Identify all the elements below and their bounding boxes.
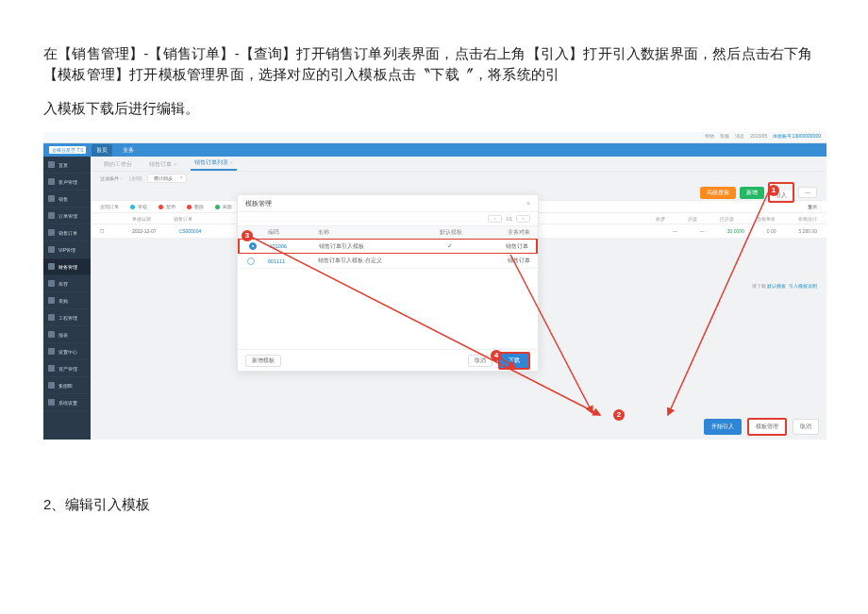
sidebar-item[interactable]: 集团BI [43, 377, 91, 394]
download-button[interactable]: 下载 [498, 352, 530, 370]
pager-prev[interactable]: < [488, 215, 502, 223]
radio-icon[interactable] [249, 242, 257, 250]
tool-link[interactable]: 刷新 [215, 204, 232, 209]
nav-icon [48, 365, 55, 372]
dialog-cancel-button[interactable]: 取消 [468, 355, 492, 367]
hint-behind-dialog: 请下载 默认模板 引入模板说明 [752, 283, 817, 289]
callout-2: 2 [613, 409, 625, 421]
sidebar-item[interactable]: 资产管理 [43, 360, 91, 377]
sidebar-item[interactable]: 客户管理 [43, 174, 91, 191]
hint-link1[interactable]: 默认模板 [767, 283, 786, 289]
dth: 编码 [264, 229, 319, 236]
template-id[interactable]: 001111 [264, 258, 319, 264]
subtab[interactable]: 销售订单× [145, 158, 181, 171]
sidebar-label: 报表 [58, 332, 68, 338]
topbar-link[interactable]: 消息 [735, 133, 744, 139]
sidebar-item[interactable]: 系统设置 [43, 394, 91, 411]
subtab-active[interactable]: 销售订单列表× [191, 157, 238, 171]
dialog-pager: < 1/1 > [238, 212, 538, 225]
section-heading: 2、编辑引入模板 [43, 496, 825, 514]
sidebar-item-active[interactable]: 财务管理 [43, 258, 91, 275]
dth: 业务对象 [470, 229, 538, 236]
sidebar-item[interactable]: VIP管理 [43, 241, 91, 258]
template-manage-button[interactable]: 模板管理 [747, 418, 787, 436]
embedded-screenshot: 帮助 客服 消息 2023/05 体验账号13000000000 金蝶云星空 7… [43, 132, 826, 440]
sidebar-item[interactable]: 销售订单 [43, 224, 91, 241]
sidebar-item[interactable]: 设置中心 [43, 343, 91, 360]
dot-icon [159, 205, 163, 209]
filter-hint: (全部) [129, 175, 142, 181]
template-name: 销售订单引入模板-自定义 [318, 257, 430, 264]
radio-icon[interactable] [247, 257, 255, 265]
nav-icon [48, 382, 55, 389]
nav-icon [48, 399, 55, 406]
subtab-label: 销售订单列表 [194, 159, 228, 165]
bottom-action-bar: 开始引入 模板管理 取消 [704, 418, 819, 436]
cancel-button[interactable]: 取消 [793, 419, 819, 435]
row-checkbox[interactable]: ☐ [100, 228, 109, 234]
nav-icon [48, 178, 55, 185]
cell-order-link[interactable]: CS000004 [179, 228, 202, 234]
sidebar-label: 集团BI [58, 383, 73, 389]
new-template-button[interactable]: 新增模板 [245, 355, 281, 367]
dialog-table-head: 编码 名称 默认模板 业务对象 [238, 225, 538, 239]
bluebar-tab-home[interactable]: 首页 [92, 144, 112, 157]
sidebar-item[interactable]: 销售 [43, 191, 91, 207]
bluebar-tab-app[interactable]: 业务 [118, 144, 139, 157]
start-import-button[interactable]: 开始引入 [704, 419, 742, 435]
nav-icon [48, 195, 55, 202]
more-button[interactable]: ⋯ [798, 187, 817, 198]
topbar-link[interactable]: 帮助 [705, 133, 714, 139]
window-topbar: 帮助 客服 消息 2023/05 体验账号13000000000 [43, 132, 826, 143]
sidebar-label: 销售 [58, 196, 68, 202]
tool-link[interactable]: 全部订单 [100, 204, 119, 209]
dialog-close-icon[interactable]: × [526, 200, 530, 207]
document-page: 在【销售管理】-【销售订单】-【查询】打开销售订单列表界面，点击右上角【引入】打… [0, 0, 868, 614]
instruction-paragraph-1: 在【销售管理】-【销售订单】-【查询】打开销售订单列表界面，点击右上角【引入】打… [43, 43, 825, 85]
hint-link2[interactable]: 引入模板说明 [789, 283, 817, 289]
template-obj: 销售订单 [469, 243, 536, 250]
nav-icon [48, 314, 55, 321]
topbar-link[interactable]: 客服 [720, 133, 729, 139]
default-check-icon: ✓ [430, 242, 469, 250]
tool-display[interactable]: 显示 [808, 204, 817, 209]
template-row-selected[interactable]: 101006 销售订单引入模板 ✓ 销售订单 [238, 239, 538, 254]
sidebar-item[interactable]: 采购 [43, 292, 91, 309]
close-icon[interactable]: × [230, 159, 234, 165]
nav-icon [48, 246, 55, 253]
pager-next[interactable]: > [516, 215, 530, 223]
template-row[interactable]: 001111 销售订单引入模板-自定义 销售订单 [238, 254, 538, 269]
sidebar-label: 首页 [58, 162, 68, 168]
th: 含税单价 [757, 216, 776, 222]
sidebar-item[interactable]: 订单管理 [43, 207, 91, 224]
filter-label: 过滤条件： [100, 175, 124, 181]
cell: 0.00 [767, 228, 776, 234]
sidebar-label: 销售订单 [58, 230, 77, 236]
template-id[interactable]: 101006 [265, 243, 319, 249]
dialog-spacer [238, 269, 538, 350]
template-obj: 销售订单 [470, 257, 538, 264]
advanced-search-button[interactable]: 高级搜索 [700, 187, 736, 199]
th: 收货 [656, 216, 665, 222]
new-button[interactable]: 新增 [740, 187, 764, 199]
tool-link[interactable]: 禁用 [159, 204, 175, 209]
sidebar-item[interactable]: 库存 [43, 275, 91, 292]
th: 开票 [688, 216, 697, 222]
tool-label: 刷新 [223, 204, 232, 209]
th: 单据日期 [132, 216, 151, 222]
sidebar-item[interactable]: 报表 [43, 326, 91, 343]
template-manage-dialog: 模板管理 × < 1/1 > 编码 名称 默认模板 业务对象 101006 销售… [237, 194, 539, 372]
close-icon[interactable]: × [174, 161, 177, 167]
tool-link[interactable]: 审核 [130, 204, 147, 209]
tool-link[interactable]: 删除 [187, 204, 204, 209]
topbar-user-link[interactable]: 体验账号13000000000 [773, 133, 821, 139]
filter-select[interactable]: 费计同步 [147, 174, 187, 183]
sidebar-item[interactable]: 首页 [43, 157, 91, 174]
dth: 默认模板 [431, 229, 471, 236]
app-bluebar: 金蝶云星空 7.0 首页 业务 [43, 143, 826, 157]
sidebar-item[interactable]: 工程管理 [43, 309, 91, 326]
th: 销售订单 [174, 216, 192, 222]
nav-icon [48, 229, 55, 236]
nav-icon [48, 297, 55, 304]
subtab[interactable]: 我的工作台 [100, 158, 136, 171]
